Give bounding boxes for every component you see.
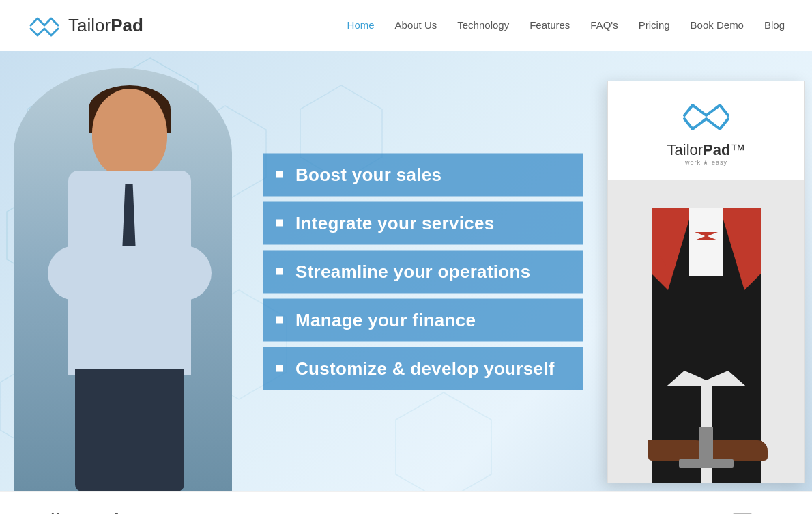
logo[interactable]: TailorPad <box>27 12 143 39</box>
feature-label-0: Boost your sales <box>295 164 441 185</box>
feature-item-2[interactable]: Streamline your operations <box>263 250 583 293</box>
nav-item-about[interactable]: About Us <box>395 19 437 31</box>
nav-item-features[interactable]: Features <box>530 19 570 31</box>
features-list: Boost your sales Integrate your services… <box>263 153 583 390</box>
feature-item-3[interactable]: Manage your finance <box>263 298 583 341</box>
person-image <box>0 55 246 491</box>
logo-icon <box>27 12 61 39</box>
brochure-header: TailorPad™ work ★ easy <box>608 81 804 180</box>
footer: TailorPad R Revain <box>0 491 812 514</box>
feature-bullet <box>276 220 283 227</box>
svg-marker-8 <box>396 392 491 491</box>
brochure-area: TailorPad™ work ★ easy <box>600 51 812 491</box>
nav-links: Home About Us Technology Features FAQ's … <box>347 19 785 31</box>
nav-item-faqs[interactable]: FAQ's <box>590 19 618 31</box>
feature-bullet <box>276 171 283 178</box>
feature-bullet <box>276 268 283 275</box>
feature-item-0[interactable]: Boost your sales <box>263 153 583 196</box>
feature-bullet <box>276 317 283 324</box>
footer-brand: TailorPad <box>27 509 119 514</box>
nav-item-technology[interactable]: Technology <box>457 19 509 31</box>
navbar: TailorPad Home About Us Technology Featu… <box>0 0 812 51</box>
feature-item-4[interactable]: Customize & develop yourself <box>263 347 583 390</box>
feature-item-1[interactable]: Integrate your services <box>263 201 583 244</box>
nav-item-blog[interactable]: Blog <box>764 19 785 31</box>
nav-item-pricing[interactable]: Pricing <box>639 19 670 31</box>
feature-bullet <box>276 365 283 372</box>
nav-item-bookdemo[interactable]: Book Demo <box>691 19 744 31</box>
feature-label-4: Customize & develop yourself <box>295 358 555 379</box>
brochure-suit-image <box>608 180 804 483</box>
feature-label-1: Integrate your services <box>295 212 495 233</box>
brochure-logo-text: TailorPad™ <box>667 141 746 159</box>
hero-section: Boost your sales Integrate your services… <box>0 51 812 491</box>
brochure-logo-icon <box>679 95 734 136</box>
logo-text: TailorPad <box>68 15 143 36</box>
feature-label-3: Manage your finance <box>295 309 476 330</box>
brochure-card: TailorPad™ work ★ easy <box>607 81 805 483</box>
nav-item-home[interactable]: Home <box>347 19 375 31</box>
brochure-tagline: work ★ easy <box>685 159 727 166</box>
feature-label-2: Streamline your operations <box>295 261 530 282</box>
